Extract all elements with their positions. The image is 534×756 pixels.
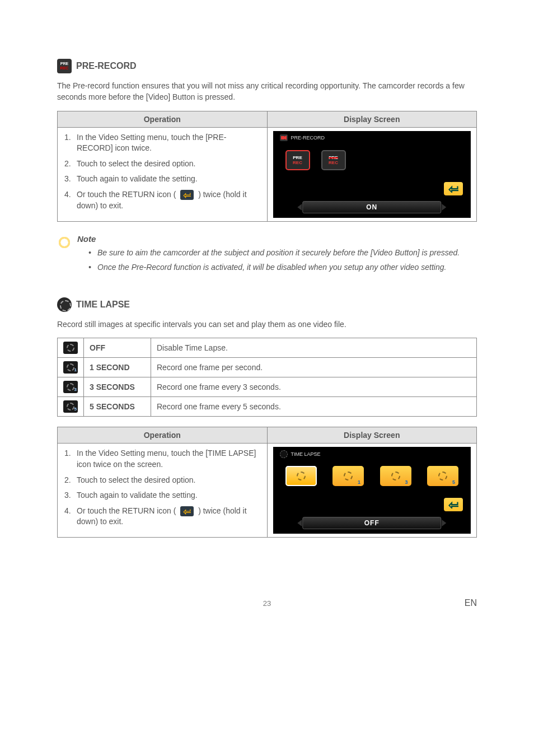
step-1: 1. In the Video Setting menu, touch the … — [64, 132, 260, 154]
prerecord-heading: PRE-RECORD — [76, 61, 137, 71]
tl-3s-button[interactable]: 3 — [380, 466, 411, 486]
video-icon — [280, 134, 288, 141]
document-page: PREREC PRE-RECORD The Pre-record functio… — [0, 0, 534, 641]
prerecord-intro: The Pre-record function ensures that you… — [57, 80, 477, 103]
note-title: Note — [77, 234, 460, 244]
tl-off-button[interactable] — [285, 466, 317, 486]
note-item: • Once the Pre-Record function is activa… — [77, 262, 460, 273]
tl-1s-icon — [63, 361, 78, 374]
tl-5s-button[interactable]: 5 — [427, 466, 458, 486]
mock-options-row: 1 3 5 — [285, 466, 459, 486]
time-lapse-icon — [280, 450, 288, 458]
step-4: 4. Or touch the RETURN icon ( ) twice (h… — [64, 189, 260, 211]
language-label: EN — [465, 598, 477, 608]
return-button[interactable] — [444, 498, 463, 511]
col-display-screen: Display Screen — [267, 427, 477, 444]
prerecord-operation-cell: 1. In the Video Setting menu, touch the … — [58, 127, 268, 221]
step-2: 2. Touch to select the desired option. — [64, 475, 260, 486]
timelapse-display-cell: TIME LAPSE 1 3 5 OFF — [267, 444, 477, 538]
col-operation: Operation — [58, 427, 268, 444]
tl-off-icon — [63, 342, 78, 354]
col-operation: Operation — [58, 111, 268, 127]
return-button[interactable] — [444, 182, 463, 195]
prerecord-heading-row: PREREC PRE-RECORD — [57, 59, 477, 73]
prerecord-table: Operation Display Screen 1. In the Video… — [57, 111, 477, 222]
return-icon — [180, 190, 194, 200]
step-3: 3. Touch again to validate the setting. — [64, 174, 260, 185]
option-row: 3 SECONDS Record one frame every 3 secon… — [58, 377, 477, 397]
option-row: 5 SECONDS Record one frame every 5 secon… — [58, 397, 477, 417]
pre-rec-on-button[interactable]: PREREC — [285, 150, 310, 170]
page-number: 23 — [57, 599, 477, 608]
note-item: • Be sure to aim the camcorder at the su… — [77, 247, 460, 258]
return-icon — [180, 506, 194, 516]
option-row: OFF Disable Time Lapse. — [58, 338, 477, 358]
tl-5s-icon — [63, 400, 78, 413]
prerecord-mock-screen: PRE-RECORD PREREC PREREC ON — [273, 131, 471, 218]
timelapse-heading-row: TIME LAPSE — [57, 297, 477, 312]
timelapse-options-table: OFF Disable Time Lapse. 1 SECOND Record … — [57, 338, 477, 417]
pre-record-icon: PREREC — [57, 59, 72, 73]
col-display-screen: Display Screen — [267, 111, 477, 127]
lightbulb-icon — [57, 235, 72, 250]
tl-1s-button[interactable]: 1 — [332, 466, 364, 486]
time-lapse-icon — [57, 297, 72, 312]
timelapse-table: Operation Display Screen 1. In the Video… — [57, 427, 477, 538]
timelapse-heading: TIME LAPSE — [76, 300, 130, 310]
step-4: 4. Or touch the RETURN icon ( ) twice (h… — [64, 506, 260, 528]
note-block: Note • Be sure to aim the camcorder at t… — [57, 234, 477, 277]
svg-rect-0 — [281, 136, 284, 139]
status-label[interactable]: OFF — [303, 517, 441, 529]
timelapse-operation-cell: 1. In the Video Setting menu, touch the … — [58, 444, 268, 538]
timelapse-mock-screen: TIME LAPSE 1 3 5 OFF — [273, 447, 471, 534]
step-1: 1. In the Video Setting menu, touch the … — [64, 448, 260, 470]
tl-3s-icon — [63, 381, 78, 393]
timelapse-intro: Record still images at specific interval… — [57, 319, 477, 330]
status-label[interactable]: ON — [303, 201, 441, 213]
mock-options-row: PREREC PREREC — [285, 150, 346, 170]
step-3: 3. Touch again to validate the setting. — [64, 490, 260, 501]
mock-header: PRE-RECORD — [280, 134, 325, 141]
pre-rec-off-button[interactable]: PREREC — [321, 150, 346, 170]
step-2: 2. Touch to select the desired option. — [64, 158, 260, 170]
option-row: 1 SECOND Record one frame per second. — [58, 358, 477, 377]
page-footer: 23 EN — [57, 599, 477, 613]
mock-header: TIME LAPSE — [280, 450, 321, 458]
prerecord-display-cell: PRE-RECORD PREREC PREREC ON — [267, 127, 477, 221]
